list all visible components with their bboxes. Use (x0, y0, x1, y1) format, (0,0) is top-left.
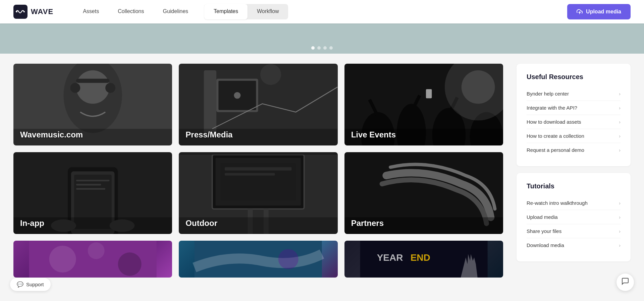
svg-rect-45 (225, 173, 275, 175)
svg-point-8 (70, 83, 80, 93)
main-content: Wavemusic.com (0, 0, 644, 288)
svg-point-54 (88, 242, 105, 259)
chat-icon (621, 277, 629, 287)
chevron-icon-0: › (619, 91, 621, 97)
banner-dots (311, 46, 333, 50)
bottom-row: YEAR END (13, 241, 503, 278)
chevron-icon-2: › (619, 119, 621, 125)
svg-point-9 (105, 83, 115, 93)
chevron-icon-8: › (619, 243, 621, 248)
useful-resources-card: Useful Resources Bynder help center › In… (517, 64, 631, 166)
dot-3[interactable] (323, 46, 327, 50)
card-outdoor[interactable]: Outdoor (179, 152, 337, 234)
tutorials-card: Tutorials Re-watch intro walkthrough › U… (517, 173, 631, 261)
wave-logo-icon (13, 5, 28, 19)
svg-point-1 (16, 11, 17, 12)
logo-text: WAVE (31, 7, 53, 16)
svg-rect-7 (76, 79, 110, 83)
svg-rect-44 (225, 167, 291, 171)
card-wavemusic-label: Wavemusic.com (20, 130, 83, 139)
chat-button[interactable] (616, 274, 634, 291)
logo[interactable]: WAVE (13, 5, 53, 19)
tab-workflow[interactable]: Workflow (248, 4, 288, 19)
svg-rect-12 (204, 70, 216, 133)
chevron-icon-1: › (619, 105, 621, 111)
chevron-icon-4: › (619, 147, 621, 153)
svg-point-57 (278, 249, 299, 269)
svg-point-6 (76, 70, 110, 104)
chevron-icon-3: › (619, 133, 621, 139)
dot-4[interactable] (329, 46, 333, 50)
card-press-label: Press/Media (185, 130, 232, 139)
link-intro-walkthrough[interactable]: Re-watch intro walkthrough › (527, 196, 621, 210)
svg-rect-34 (76, 180, 110, 181)
chevron-icon-6: › (619, 215, 621, 220)
svg-point-2 (23, 11, 25, 12)
support-button[interactable]: 💬 Support (10, 278, 51, 291)
card-partners[interactable]: Partners (344, 152, 503, 234)
card-bottom-2[interactable] (179, 241, 337, 278)
card-outdoor-label: Outdoor (185, 219, 217, 228)
nav-tabs-group: Templates Workflow (204, 4, 288, 19)
card-inapp-label: In-app (20, 219, 44, 228)
card-live[interactable]: Live Events (344, 64, 503, 145)
link-upload-media[interactable]: Upload media › (527, 210, 621, 224)
sidebar: Useful Resources Bynder help center › In… (517, 64, 631, 278)
link-download-media[interactable]: Download media › (527, 238, 621, 252)
tutorials-title: Tutorials (527, 182, 621, 190)
nav-item-collections[interactable]: Collections (108, 0, 153, 23)
link-personal-demo[interactable]: Request a personal demo › (527, 143, 621, 157)
svg-point-16 (260, 64, 281, 85)
link-bynder-help[interactable]: Bynder help center › (527, 87, 621, 101)
svg-point-53 (49, 246, 76, 273)
svg-rect-35 (76, 184, 101, 186)
nav-item-guidelines[interactable]: Guidelines (153, 0, 198, 23)
svg-rect-48 (179, 152, 337, 155)
svg-rect-36 (76, 188, 105, 190)
tab-templates[interactable]: Templates (204, 4, 248, 19)
svg-text:YEAR: YEAR (377, 252, 403, 263)
dot-2[interactable] (317, 46, 321, 50)
chevron-icon-7: › (619, 229, 621, 234)
card-wavemusic[interactable]: Wavemusic.com (13, 64, 172, 145)
card-bottom-1[interactable] (13, 241, 172, 278)
banner-strip (0, 23, 644, 54)
grid-row-1: Wavemusic.com (13, 64, 503, 145)
main-nav: Assets Collections Guidelines Templates … (73, 0, 567, 23)
svg-text:END: END (410, 252, 430, 263)
chevron-icon-5: › (619, 200, 621, 206)
svg-point-28 (461, 70, 495, 104)
grid-section: Wavemusic.com (13, 64, 503, 278)
svg-point-15 (234, 92, 241, 99)
upload-media-button[interactable]: Upload media (567, 4, 631, 19)
header: WAVE Assets Collections Guidelines Templ… (0, 0, 644, 23)
support-icon: 💬 (17, 281, 23, 288)
svg-point-55 (118, 252, 142, 276)
link-create-collection[interactable]: How to create a collection › (527, 129, 621, 143)
upload-cloud-icon (577, 9, 583, 15)
card-bottom-3[interactable]: YEAR END (344, 241, 503, 278)
nav-item-assets[interactable]: Assets (73, 0, 108, 23)
content-area: Wavemusic.com (0, 54, 644, 288)
link-share-files[interactable]: Share your files › (527, 224, 621, 238)
svg-rect-0 (13, 5, 28, 19)
useful-resources-title: Useful Resources (527, 73, 621, 81)
card-press[interactable]: Press/Media (179, 64, 337, 145)
link-download-assets[interactable]: How to download assets › (527, 115, 621, 129)
grid-row-2: In-app (13, 152, 503, 234)
card-inapp[interactable]: In-app (13, 152, 172, 234)
svg-rect-26 (426, 89, 432, 98)
link-integrate-api[interactable]: Integrate with the API? › (527, 101, 621, 115)
card-partners-label: Partners (351, 219, 384, 228)
dot-1[interactable] (311, 46, 315, 50)
card-live-label: Live Events (351, 130, 396, 139)
